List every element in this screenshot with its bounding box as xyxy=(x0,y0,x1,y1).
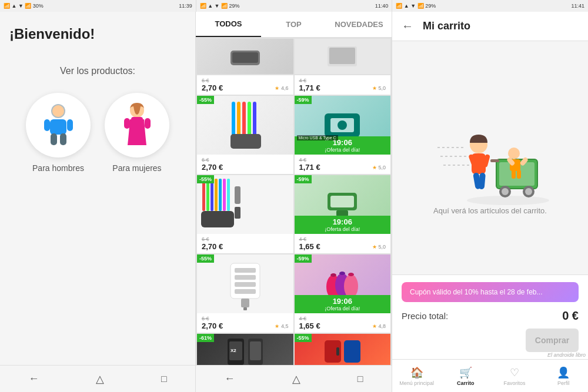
nav-home-btn[interactable]: △ xyxy=(96,373,104,386)
product-card-7[interactable]: -61% X2 xyxy=(197,334,293,365)
cart-panel: ← Mi carrito xyxy=(392,12,588,392)
female-label: Para mujeres xyxy=(112,163,161,173)
svg-point-23 xyxy=(338,120,347,130)
nav-back-btn-2[interactable]: ← xyxy=(225,373,235,385)
svg-rect-8 xyxy=(131,117,143,123)
checkout-button[interactable]: Comprar xyxy=(526,329,579,352)
tab-top[interactable]: TOP xyxy=(261,12,326,37)
bottom-nav-2: ← △ □ xyxy=(196,365,392,392)
profile-icon: 👤 xyxy=(557,366,570,379)
female-option[interactable]: Para mujeres xyxy=(105,93,169,173)
male-option[interactable]: Para hombres xyxy=(26,93,91,173)
svg-rect-38 xyxy=(235,268,256,273)
svg-rect-31 xyxy=(201,211,234,227)
nav-home-label: Menú principal xyxy=(399,380,434,386)
svg-rect-27 xyxy=(215,179,218,211)
svg-point-49 xyxy=(348,273,354,276)
cart-header: ← Mi carrito xyxy=(392,12,588,41)
svg-point-48 xyxy=(339,272,345,275)
svg-point-72 xyxy=(508,148,520,159)
svg-rect-10 xyxy=(145,118,151,129)
svg-rect-14 xyxy=(329,48,355,64)
cart-nav-favorites[interactable]: ♡ Favoritos xyxy=(490,363,539,390)
bottom-nav-1: ← △ □ xyxy=(0,365,195,392)
nav-favorites-label: Favoritos xyxy=(504,380,526,386)
cart-nav-home[interactable]: 🏠 Menú principal xyxy=(392,363,441,390)
cart-bottom: Cupón válido del 10% hasta el 28 de feb.… xyxy=(392,274,588,359)
svg-rect-12 xyxy=(232,52,258,63)
status-bar-3: 📶 ▲ ▼ 📶 29% 11:41 xyxy=(392,0,588,12)
product-price-top2: 4 € 1,71 € ★ 5,0 xyxy=(295,75,391,95)
product-price-top1: 6 € 2,70 € ★ 4,6 xyxy=(197,75,293,95)
cart-icon: 🛒 xyxy=(459,366,472,379)
nav-square-btn[interactable]: □ xyxy=(161,374,167,384)
product-card-top1[interactable] xyxy=(197,39,293,74)
svg-rect-26 xyxy=(211,179,213,211)
svg-rect-16 xyxy=(248,102,251,137)
cart-nav: 🏠 Menú principal 🛒 Carrito ♡ Favoritos 👤… xyxy=(392,359,588,392)
svg-rect-5 xyxy=(51,133,57,145)
nav-back-btn[interactable]: ← xyxy=(28,373,39,385)
tab-todos[interactable]: TODOS xyxy=(196,12,261,37)
product-card-6[interactable]: -59% 19:06 ¡Oferta del día! xyxy=(295,254,391,333)
svg-rect-35 xyxy=(330,196,354,207)
svg-point-62 xyxy=(502,188,509,195)
svg-rect-39 xyxy=(235,275,256,280)
product-card-top2[interactable] xyxy=(295,39,391,74)
product-card-2[interactable]: -59% 19:06 ¡Oferta del día! Micro USB & … xyxy=(295,96,391,174)
cart-nav-profile[interactable]: 👤 Perfil xyxy=(539,363,588,390)
welcome-subtitle: Ver los productos: xyxy=(60,66,135,76)
nav-square-btn-2[interactable]: □ xyxy=(358,374,363,384)
cart-content: Aquí verá los artículos del carrito. xyxy=(392,41,588,274)
svg-rect-57 xyxy=(336,347,339,356)
svg-text:X2: X2 xyxy=(230,348,236,353)
bluetooth-icon: 📶 ▲ ▼ 📶 30% xyxy=(4,3,44,9)
status-bar-1: 📶 ▲ ▼ 📶 30% 11:39 xyxy=(0,0,196,12)
time-2: 11:40 xyxy=(375,3,389,9)
home-icon: 🏠 xyxy=(410,366,423,379)
nav-home-btn-2[interactable]: △ xyxy=(292,373,300,386)
svg-rect-65 xyxy=(490,159,499,162)
price-total-row: Precio total: 0 € xyxy=(402,309,579,323)
svg-rect-32 xyxy=(235,186,240,204)
product-card-1[interactable]: -55% 6 € xyxy=(197,96,293,174)
favorites-icon: ♡ xyxy=(510,366,519,379)
product-card-5[interactable]: -55% xyxy=(197,254,293,333)
product-card-3[interactable]: -55% xyxy=(197,175,293,253)
svg-rect-29 xyxy=(223,179,226,211)
welcome-panel: ¡Bienvenido! Ver los productos: xyxy=(0,12,196,392)
product-card-8[interactable]: -55% xyxy=(295,334,391,365)
svg-rect-2 xyxy=(50,119,66,135)
products-grid: 6 € 2,70 € ★ 4,6 4 € 1,71 € ★ 5,0 -55% xyxy=(196,38,392,365)
status-icons-3: 📶 ▲ ▼ 📶 29% xyxy=(396,3,436,9)
female-figure xyxy=(118,102,156,149)
svg-rect-6 xyxy=(60,133,66,145)
cart-back-btn[interactable]: ← xyxy=(402,19,413,33)
product-card-4[interactable]: -59% 19:06 ¡Oferta del día! 4 xyxy=(295,175,391,253)
tab-novedades[interactable]: NOVEDADES xyxy=(326,12,392,37)
product-tabs: TODOS TOP NOVEDADES xyxy=(196,12,392,38)
svg-rect-19 xyxy=(232,102,235,137)
svg-rect-56 xyxy=(344,340,360,363)
svg-rect-69 xyxy=(478,173,485,190)
svg-point-1 xyxy=(52,105,64,117)
svg-rect-28 xyxy=(219,179,222,211)
cart-title: Mi carrito xyxy=(423,20,470,32)
price-total-label: Precio total: xyxy=(402,311,448,321)
male-label: Para hombres xyxy=(32,163,84,173)
svg-rect-40 xyxy=(235,282,256,287)
svg-rect-41 xyxy=(235,289,256,294)
svg-rect-54 xyxy=(250,341,261,360)
coupon-banner[interactable]: Cupón válido del 10% hasta el 28 de feb.… xyxy=(402,282,579,302)
svg-rect-9 xyxy=(124,118,130,129)
svg-rect-24 xyxy=(202,179,205,211)
svg-rect-4 xyxy=(67,119,73,131)
cart-nav-cart[interactable]: 🛒 Carrito xyxy=(441,363,490,390)
cart-empty-text: Aquí verá los artículos del carrito. xyxy=(433,206,547,215)
male-avatar-circle xyxy=(26,93,91,158)
svg-point-46 xyxy=(344,274,358,298)
svg-rect-15 xyxy=(242,102,246,137)
svg-point-58 xyxy=(467,196,549,205)
welcome-title: ¡Bienvenido! xyxy=(9,26,95,42)
status-icons-2: 📶 ▲ ▼ 📶 29% xyxy=(200,3,240,9)
